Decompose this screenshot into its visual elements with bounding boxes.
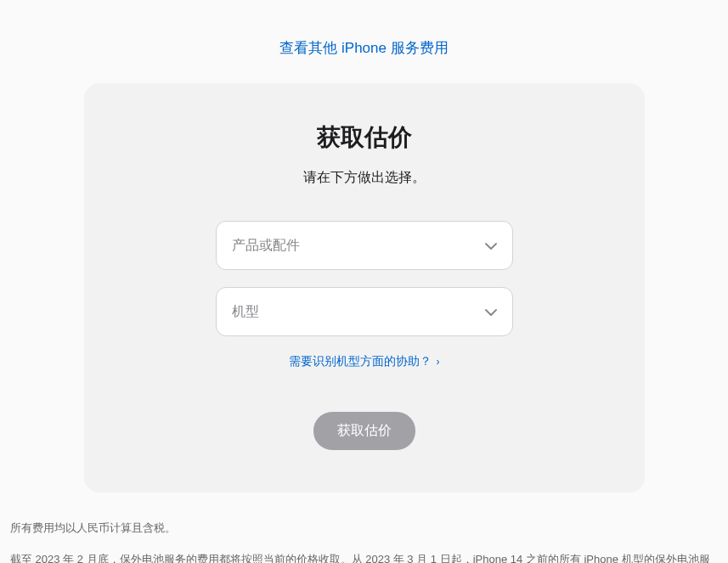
chevron-down-icon [485, 238, 497, 253]
footnote-price-increase: 截至 2023 年 2 月底，保外电池服务的费用都将按照当前的价格收取。从 20… [10, 549, 718, 563]
get-estimate-button[interactable]: 获取估价 [313, 412, 415, 450]
top-link-container: 查看其他 iPhone 服务费用 [8, 0, 720, 83]
chevron-down-icon [485, 304, 497, 319]
help-link-container: 需要识别机型方面的协助？ › [118, 353, 611, 369]
card-subtitle: 请在下方做出选择。 [118, 169, 611, 187]
card-title: 获取估价 [118, 121, 611, 154]
model-select-wrapper: 机型 [216, 287, 513, 336]
product-select-wrapper: 产品或配件 [216, 221, 513, 270]
model-select-placeholder: 机型 [232, 303, 259, 321]
model-select[interactable]: 机型 [216, 287, 513, 336]
view-other-services-link[interactable]: 查看其他 iPhone 服务费用 [279, 40, 448, 56]
footnotes: 所有费用均以人民币计算且含税。 截至 2023 年 2 月底，保外电池服务的费用… [8, 493, 720, 563]
product-select-placeholder: 产品或配件 [232, 237, 300, 255]
estimate-card: 获取估价 请在下方做出选择。 产品或配件 机型 [84, 83, 645, 493]
footnote-currency: 所有费用均以人民币计算且含税。 [10, 518, 718, 538]
chevron-right-icon: › [436, 356, 439, 368]
product-select[interactable]: 产品或配件 [216, 221, 513, 270]
help-link-label: 需要识别机型方面的协助？ [289, 354, 432, 368]
identify-model-help-link[interactable]: 需要识别机型方面的协助？ › [289, 354, 440, 368]
footnote-text-part1: 截至 2023 年 2 月底，保外电池服务的费用都将按照当前的价格收取。从 20… [10, 553, 710, 563]
